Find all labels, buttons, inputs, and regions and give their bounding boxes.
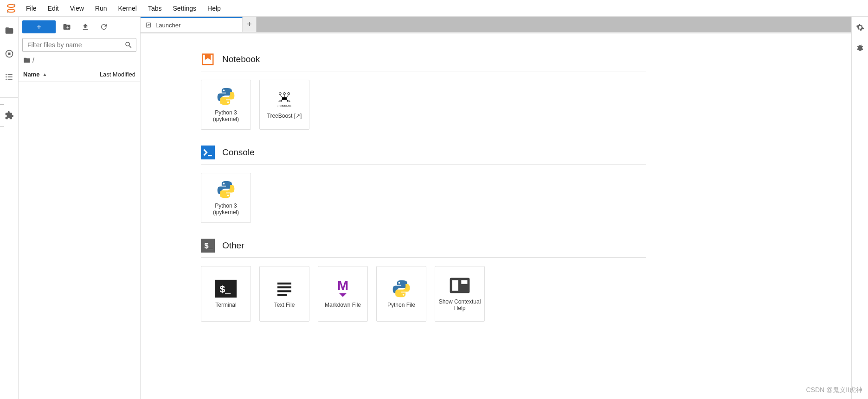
section-title: Console <box>222 147 255 158</box>
file-toolbar <box>19 17 140 36</box>
top-menubar: File Edit View Run Kernel Tabs Settings … <box>0 0 868 17</box>
svg-point-10 <box>6 79 7 80</box>
toc-icon[interactable] <box>4 71 15 82</box>
menu-help[interactable]: Help <box>202 2 226 15</box>
section-notebook: Notebook Python 3 (ipykernel) TREEBOOST … <box>201 52 646 130</box>
python-icon <box>215 180 237 199</box>
refresh-button[interactable] <box>96 20 111 33</box>
menu-edit[interactable]: Edit <box>42 2 64 15</box>
svg-point-3 <box>7 12 8 13</box>
tab-title: Launcher <box>155 22 180 29</box>
tab-launcher[interactable]: Launcher <box>141 17 243 32</box>
svg-rect-18 <box>201 146 215 159</box>
card-textfile[interactable]: Text File <box>259 266 309 322</box>
menu-settings[interactable]: Settings <box>167 2 202 15</box>
svg-text:$_: $_ <box>205 241 213 250</box>
file-list-header: Name▲ Last Modified <box>19 67 140 82</box>
menu-file[interactable]: File <box>20 2 42 15</box>
card-terminal[interactable]: $_ Terminal <box>201 266 251 322</box>
debugger-icon[interactable] <box>856 44 864 52</box>
treeboost-icon: TREEBOOST <box>274 90 295 109</box>
file-browser: / Name▲ Last Modified <box>19 17 141 399</box>
card-label: TreeBoost [↗] <box>267 113 302 119</box>
upload-button[interactable] <box>78 20 93 33</box>
svg-point-2 <box>14 4 15 5</box>
svg-rect-25 <box>277 286 291 288</box>
console-icon <box>201 146 215 159</box>
notebook-icon <box>201 52 215 66</box>
svg-point-16 <box>288 92 290 95</box>
svg-rect-9 <box>7 76 12 77</box>
terminal-icon: $_ <box>215 279 237 298</box>
card-label: Markdown File <box>325 302 361 308</box>
col-name[interactable]: Name▲ <box>19 67 89 82</box>
other-icon: $_ <box>201 239 215 253</box>
add-tab-button[interactable]: + <box>243 17 257 32</box>
svg-point-14 <box>283 92 286 95</box>
card-label: Python File <box>387 302 415 308</box>
section-title: Other <box>222 241 244 251</box>
new-folder-button[interactable] <box>59 20 74 33</box>
svg-rect-5 <box>8 53 10 55</box>
card-python3-console[interactable]: Python 3 (ipykernel) <box>201 173 251 223</box>
svg-rect-30 <box>451 279 459 291</box>
menu-view[interactable]: View <box>64 2 90 15</box>
python-icon <box>391 279 412 298</box>
section-other: $_ Other $_ Terminal Te <box>201 239 646 322</box>
menu: File Edit View Run Kernel Tabs Settings … <box>20 2 226 15</box>
card-label: Python 3 (ipykernel) <box>204 109 248 123</box>
svg-rect-11 <box>7 79 12 80</box>
card-pythonfile[interactable]: Python File <box>376 266 426 322</box>
search-icon <box>124 41 133 49</box>
svg-text:TREEBOOST: TREEBOOST <box>277 104 292 107</box>
svg-rect-19 <box>208 155 212 156</box>
markdown-icon: M <box>332 279 354 298</box>
text-icon <box>274 279 295 298</box>
svg-point-0 <box>7 4 15 7</box>
section-title: Notebook <box>222 54 260 64</box>
svg-text:$_: $_ <box>220 283 231 294</box>
breadcrumb-root: / <box>32 57 34 64</box>
card-python3-notebook[interactable]: Python 3 (ipykernel) <box>201 80 251 130</box>
svg-rect-26 <box>277 290 291 292</box>
folder-icon[interactable] <box>4 25 15 36</box>
sort-asc-icon: ▲ <box>42 72 47 77</box>
card-markdown[interactable]: M Markdown File <box>318 266 368 322</box>
tabbar-space <box>257 17 851 32</box>
breadcrumb[interactable]: / <box>19 54 140 67</box>
card-label: Show Contextual Help <box>438 298 482 312</box>
svg-rect-24 <box>277 282 291 284</box>
python-icon <box>215 87 237 106</box>
svg-rect-31 <box>461 279 468 285</box>
property-inspector-icon[interactable] <box>856 23 864 32</box>
right-sidebar <box>851 17 868 399</box>
svg-point-1 <box>7 9 15 12</box>
activity-bar <box>0 17 19 399</box>
card-contextual-help[interactable]: Show Contextual Help <box>435 266 485 322</box>
new-launcher-button[interactable] <box>22 20 56 33</box>
card-label: Python 3 (ipykernel) <box>204 203 248 216</box>
section-console: Console Python 3 (ipykernel) <box>201 146 646 223</box>
launch-icon <box>145 22 152 28</box>
col-modified[interactable]: Last Modified <box>89 67 140 82</box>
menu-kernel[interactable]: Kernel <box>112 2 142 15</box>
tab-bar: Launcher + <box>141 17 851 32</box>
extensions-icon[interactable] <box>4 110 15 121</box>
running-icon[interactable] <box>4 48 15 59</box>
card-label: Terminal <box>215 302 236 308</box>
card-treeboost-notebook[interactable]: TREEBOOST TreeBoost [↗] <box>259 80 309 130</box>
folder-icon <box>23 57 31 64</box>
help-panel-icon <box>449 276 470 295</box>
svg-point-6 <box>6 74 7 76</box>
filter-box <box>22 38 136 52</box>
watermark: CSDN @鬼义II虎神 <box>806 386 862 394</box>
jupyter-logo-icon <box>6 3 17 14</box>
filter-input[interactable] <box>22 38 136 52</box>
menu-tabs[interactable]: Tabs <box>142 2 167 15</box>
svg-point-8 <box>6 76 7 78</box>
menu-run[interactable]: Run <box>90 2 113 15</box>
launcher-body: Notebook Python 3 (ipykernel) TREEBOOST … <box>141 32 851 399</box>
card-label: Text File <box>274 302 295 308</box>
svg-point-15 <box>279 92 282 95</box>
svg-text:M: M <box>337 279 348 293</box>
